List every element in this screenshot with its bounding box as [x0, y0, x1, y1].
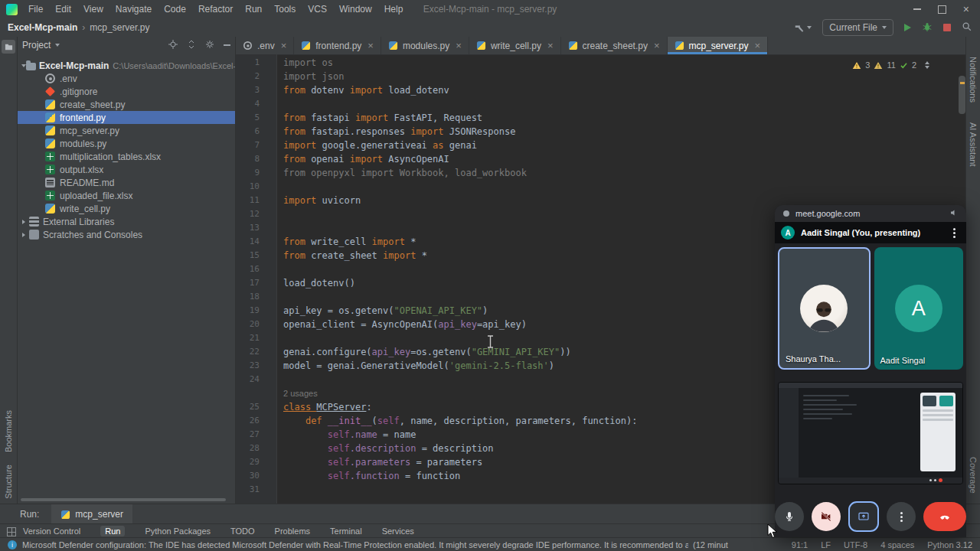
project-file-modules.py[interactable]: modules.py	[18, 137, 235, 150]
toolwindow-button-problems[interactable]: Problems	[275, 527, 310, 536]
usages-inlay[interactable]: 2 usages	[276, 386, 318, 400]
toolwindow-button-services[interactable]: Services	[382, 527, 414, 536]
line-number: 1	[236, 56, 276, 70]
project-horizontal-scrollbar[interactable]	[21, 498, 226, 501]
project-node-external-libraries[interactable]: External Libraries	[18, 215, 235, 228]
inspections-widget[interactable]: 3 11 2	[852, 60, 929, 70]
locate-file-icon[interactable]	[168, 40, 178, 51]
project-file-.env[interactable]: .env	[18, 72, 235, 85]
inspection-navigation[interactable]	[925, 61, 929, 69]
build-hammer-icon[interactable]	[794, 22, 812, 33]
line-ending[interactable]: LF	[821, 540, 831, 549]
menu-file[interactable]: File	[22, 2, 49, 17]
project-file-multiplication-tables.xlsx[interactable]: multiplication_tables.xlsx	[18, 150, 235, 163]
navigation-bar: Excel-Mcp-main › mcp_server.py Current F…	[0, 18, 980, 37]
toolwindow-button-todo[interactable]: TODO	[230, 527, 255, 536]
tab-create-sheet.py[interactable]: create_sheet.py×	[561, 37, 668, 54]
run-button[interactable]	[904, 24, 911, 31]
toolwindow-button-structure[interactable]: Structure	[4, 465, 13, 499]
close-icon[interactable]: ×	[368, 40, 374, 51]
participant-tile-shaurya[interactable]: Shaurya Tha...	[778, 247, 871, 370]
stop-button[interactable]	[943, 24, 951, 31]
toolwindow-button-run[interactable]: Run	[100, 526, 125, 536]
more-options-icon[interactable]	[953, 232, 956, 234]
menu-window[interactable]: Window	[333, 2, 378, 17]
presenter-banner[interactable]: A Aadit Singal (You, presenting)	[775, 222, 966, 243]
python-file-icon	[45, 204, 55, 214]
menu-tools[interactable]: Tools	[268, 2, 302, 17]
tab-.env[interactable]: .env×	[236, 37, 294, 54]
project-toolwindow-button[interactable]	[2, 40, 15, 54]
camera-off-button[interactable]	[812, 502, 841, 531]
menu-navigate[interactable]: Navigate	[109, 2, 158, 17]
menu-refactor[interactable]: Refactor	[192, 2, 239, 17]
end-call-button[interactable]	[923, 502, 966, 531]
project-file-uploaded-file.xlsx[interactable]: uploaded_file.xlsx	[18, 189, 235, 202]
python-file-icon	[61, 510, 70, 518]
menu-run[interactable]: Run	[239, 2, 268, 17]
menu-view[interactable]: View	[77, 2, 109, 17]
microphone-button[interactable]	[775, 502, 804, 531]
present-screen-button[interactable]	[848, 501, 879, 532]
toolwindow-button-terminal[interactable]: Terminal	[330, 527, 362, 536]
menu-help[interactable]: Help	[378, 2, 410, 17]
project-panel-title[interactable]: Project	[22, 40, 51, 51]
gear-icon[interactable]	[205, 40, 214, 51]
tab-modules.py[interactable]: modules.py×	[381, 37, 469, 54]
project-file-output.xlsx[interactable]: output.xlsx	[18, 163, 235, 176]
more-options-button[interactable]	[887, 502, 916, 531]
line-number: 25	[236, 400, 276, 414]
code-line: 3from dotenv import load_dotenv	[236, 83, 966, 97]
toolwindow-grid-icon[interactable]	[7, 527, 16, 536]
project-node-scratches-and-consoles[interactable]: Scratches and Consoles	[18, 228, 235, 241]
close-icon[interactable]: ×	[281, 40, 287, 51]
status-message[interactable]: Microsoft Defender configuration: The ID…	[22, 540, 688, 549]
tab-mcp-server.py[interactable]: mcp_server.py×	[668, 37, 769, 54]
line-number: 8	[236, 152, 276, 166]
run-tab-mcp-server[interactable]: mcp_server	[51, 504, 132, 524]
toolwindow-button-python-packages[interactable]: Python Packages	[145, 527, 211, 536]
meet-window[interactable]: meet.google.com A Aadit Singal (You, pre…	[775, 205, 966, 537]
toolwindow-button-ai-assistant[interactable]: AI Assistant	[969, 122, 978, 166]
screenshare-preview[interactable]	[778, 382, 963, 484]
close-icon[interactable]: ×	[755, 40, 761, 51]
project-file-readme.md[interactable]: README.md	[18, 176, 235, 189]
warning-stripe-mark[interactable]	[960, 82, 965, 84]
file-encoding[interactable]: UTF-8	[844, 540, 867, 549]
line-number: 30	[236, 469, 276, 483]
project-file-.gitignore[interactable]: .gitignore	[18, 85, 235, 98]
hide-panel-icon[interactable]	[224, 44, 230, 46]
close-icon[interactable]: ×	[456, 40, 462, 51]
maximize-icon[interactable]	[938, 5, 946, 14]
breadcrumb-file[interactable]: mcp_server.py	[90, 22, 149, 33]
run-config-select[interactable]: Current File	[822, 19, 893, 36]
project-file-write-cell.py[interactable]: write_cell.py	[18, 202, 235, 215]
project-root-row[interactable]: Excel-Mcp-mainC:\Users\aadit\Downloads\E…	[18, 59, 235, 72]
close-icon[interactable]: ×	[963, 5, 969, 13]
toolwindow-button-notifications[interactable]: Notifications	[969, 57, 978, 103]
menu-vcs[interactable]: VCS	[302, 2, 333, 17]
tab-write-cell.py[interactable]: write_cell.py×	[469, 37, 561, 54]
minimize-icon[interactable]	[913, 8, 921, 10]
menu-edit[interactable]: Edit	[49, 2, 77, 17]
caret-position[interactable]: 91:1	[792, 540, 808, 549]
debug-button[interactable]	[922, 21, 933, 34]
collapse-all-icon[interactable]	[187, 40, 196, 51]
line-number: 5	[236, 111, 276, 125]
toolwindow-button-coverage[interactable]: Coverage	[969, 457, 978, 494]
project-file-mcp-server.py[interactable]: mcp_server.py	[18, 124, 235, 137]
search-everywhere-icon[interactable]	[962, 21, 972, 34]
python-interpreter[interactable]: Python 3.12	[927, 540, 972, 549]
breadcrumb-project[interactable]: Excel-Mcp-main	[8, 22, 77, 33]
project-file-frontend.py[interactable]: frontend.py	[18, 111, 235, 124]
indent-style[interactable]: 4 spaces	[880, 540, 914, 549]
menu-code[interactable]: Code	[158, 2, 192, 17]
project-file-create-sheet.py[interactable]: create_sheet.py	[18, 98, 235, 111]
volume-icon[interactable]	[949, 208, 959, 219]
tab-frontend.py[interactable]: frontend.py×	[294, 37, 381, 54]
toolwindow-button-bookmarks[interactable]: Bookmarks	[4, 410, 13, 452]
close-icon[interactable]: ×	[654, 40, 660, 51]
participant-tile-aadit[interactable]: A Aadit Singal	[874, 247, 964, 370]
close-icon[interactable]: ×	[547, 40, 554, 51]
toolwindow-button-version-control[interactable]: Version Control	[23, 527, 80, 536]
